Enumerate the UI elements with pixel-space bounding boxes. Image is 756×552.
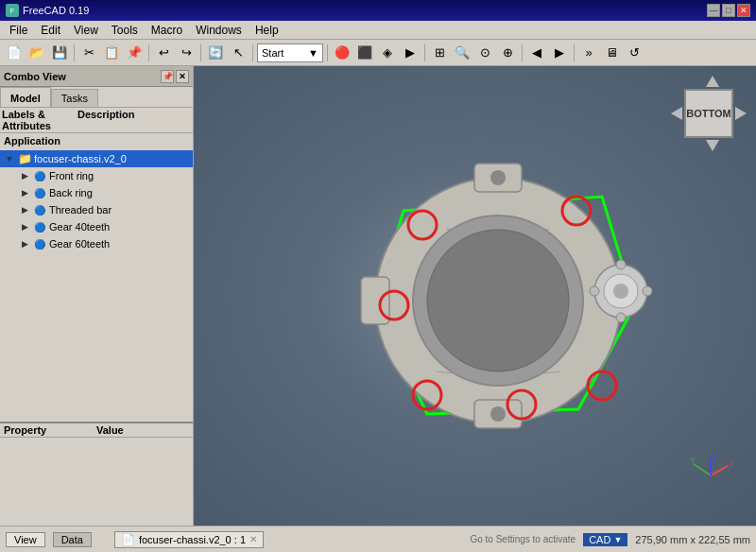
new-button[interactable]: 📄	[4, 43, 25, 63]
paste-button[interactable]: 📌	[124, 43, 145, 63]
tree-item-front-ring[interactable]: ▶ 🔵 Front ring	[0, 167, 193, 184]
toolbar-sep-2	[148, 44, 149, 61]
svg-point-12	[616, 260, 626, 269]
menu-edit[interactable]: Edit	[35, 22, 66, 39]
tree-item-gear60[interactable]: ▶ 🔵 Gear 60teeth	[0, 235, 193, 252]
ring-icon-2: 🔵	[32, 185, 47, 200]
menu-help[interactable]: Help	[249, 22, 284, 39]
left-panel: Combo View 📌 ✕ Model Tasks Labels & Attr…	[0, 66, 194, 526]
save-button[interactable]: 💾	[49, 43, 70, 63]
combo-pin[interactable]: 📌	[161, 70, 174, 83]
tree-expand-4[interactable]: ▶	[19, 221, 30, 233]
cad-label: CAD	[589, 534, 610, 545]
zoom-all[interactable]: ⊞	[429, 43, 450, 63]
status-tab-view[interactable]: View	[6, 532, 45, 547]
tree-expand-2[interactable]: ▶	[19, 187, 30, 198]
copy-button[interactable]: 📋	[101, 43, 122, 63]
3d-part	[323, 116, 682, 475]
shape-button[interactable]: ◈	[377, 43, 398, 63]
status-tab-data[interactable]: Data	[53, 532, 92, 547]
menu-view[interactable]: View	[68, 22, 104, 39]
tree-expand-1[interactable]: ▶	[19, 170, 30, 181]
prop-header: Property Value	[0, 423, 193, 438]
tree-root-label: focuser-chassi.v2_0	[34, 153, 127, 164]
minimize-button[interactable]: —	[707, 4, 720, 17]
col-labels-header: Labels & Attributes	[2, 109, 77, 131]
app-title: FreeCAD 0.19	[23, 5, 89, 16]
toolbar: 📄 📂 💾 ✂ 📋 📌 ↩ ↪ 🔄 ↖ Start ▼ 🔴 ⬛ ◈ ▶ ⊞ 🔍 …	[0, 40, 756, 66]
maximize-button[interactable]: □	[722, 4, 735, 17]
property-area: Property Value	[0, 422, 193, 526]
svg-point-11	[613, 284, 628, 299]
file-icon: 📄	[121, 533, 135, 546]
more-tools[interactable]: »	[578, 43, 599, 63]
tab-model[interactable]: Model	[0, 87, 51, 107]
play-button[interactable]: ▶	[400, 43, 421, 63]
snap-button[interactable]: ⊕	[497, 43, 518, 63]
svg-text:X: X	[730, 458, 732, 468]
tree-item-threaded-bar[interactable]: ▶ 🔵 Threaded bar	[0, 201, 193, 218]
ring-icon-1: 🔵	[32, 168, 47, 183]
nav-arrow-right[interactable]	[735, 107, 747, 120]
menu-file[interactable]: File	[4, 22, 33, 39]
3d-viewport[interactable]: BOTTOM	[194, 66, 756, 526]
dimensions-text: 275,90 mm x 222,55 mm	[635, 534, 750, 545]
ring-icon-5: 🔵	[32, 236, 47, 251]
nav-arrow-up[interactable]	[706, 76, 719, 87]
undo-button[interactable]: ↩	[153, 43, 174, 63]
menu-macro[interactable]: Macro	[146, 22, 188, 39]
combo-close[interactable]: ✕	[176, 70, 189, 83]
nav-arrow-down[interactable]	[706, 140, 719, 151]
toolbar-sep-3	[200, 44, 201, 61]
svg-point-3	[427, 230, 569, 371]
app-icon: F	[6, 4, 19, 17]
stop-button[interactable]: 🔴	[332, 43, 352, 63]
nav-cube-label: BOTTOM	[686, 108, 730, 119]
svg-point-14	[590, 286, 599, 296]
tree-expand-root[interactable]: ▼	[4, 153, 15, 164]
zoom-sel[interactable]: 🔍	[452, 43, 472, 63]
tree-label-threaded-bar: Threaded bar	[49, 204, 112, 216]
tree-item-back-ring[interactable]: ▶ 🔵 Back ring	[0, 184, 193, 201]
menu-windows[interactable]: Windows	[190, 22, 248, 39]
close-button[interactable]: ✕	[737, 4, 750, 17]
fwd-nav[interactable]: ▶	[549, 43, 570, 63]
tabs-row: Model Tasks	[0, 87, 193, 108]
svg-point-5	[490, 170, 506, 185]
pointer-button[interactable]: ↖	[228, 43, 249, 63]
refresh-button[interactable]: 🔄	[205, 43, 226, 63]
tree-expand-3[interactable]: ▶	[19, 204, 30, 216]
nav-cube-face[interactable]: BOTTOM	[684, 89, 733, 138]
back-nav[interactable]: ◀	[526, 43, 547, 63]
axes-indicator: X Y Z	[690, 455, 732, 497]
svg-point-13	[616, 313, 626, 322]
tree-expand-5[interactable]: ▶	[19, 238, 30, 250]
tree-col-headers: Labels & Attributes Description	[0, 108, 193, 133]
activate-text: Go to Settings to activate	[470, 534, 576, 544]
svg-text:Z: Z	[713, 455, 718, 461]
tab-tasks[interactable]: Tasks	[51, 89, 98, 107]
refresh2[interactable]: ↺	[624, 43, 644, 63]
toolbar-sep-7	[522, 44, 523, 61]
menu-tools[interactable]: Tools	[106, 22, 144, 39]
toolbar-sep-6	[424, 44, 425, 61]
redo-button[interactable]: ↪	[176, 43, 197, 63]
toolbar-sep-4	[252, 44, 253, 61]
menu-bar: File Edit View Tools Macro Windows Help	[0, 21, 756, 40]
square-button[interactable]: ⬛	[354, 43, 375, 63]
folder-icon: 📁	[17, 151, 32, 166]
toolbar-sep-1	[74, 44, 75, 61]
tree-label-back-ring: Back ring	[49, 187, 93, 198]
cut-button[interactable]: ✂	[78, 43, 99, 63]
combo-header: Combo View 📌 ✕	[0, 66, 193, 87]
prop-col-property: Property	[4, 424, 96, 436]
view3d[interactable]: ⊙	[474, 43, 495, 63]
open-button[interactable]: 📂	[26, 43, 47, 63]
tree-root-item[interactable]: ▼ 📁 focuser-chassi.v2_0	[0, 150, 193, 167]
svg-line-22	[711, 466, 728, 475]
tree-label-gear60: Gear 60teeth	[49, 238, 110, 250]
file-close-btn[interactable]: ✕	[249, 534, 257, 544]
workbench-dropdown[interactable]: Start ▼	[257, 43, 323, 62]
tree-item-gear40[interactable]: ▶ 🔵 Gear 40teeth	[0, 218, 193, 235]
3d-view-btn[interactable]: 🖥	[601, 43, 622, 63]
